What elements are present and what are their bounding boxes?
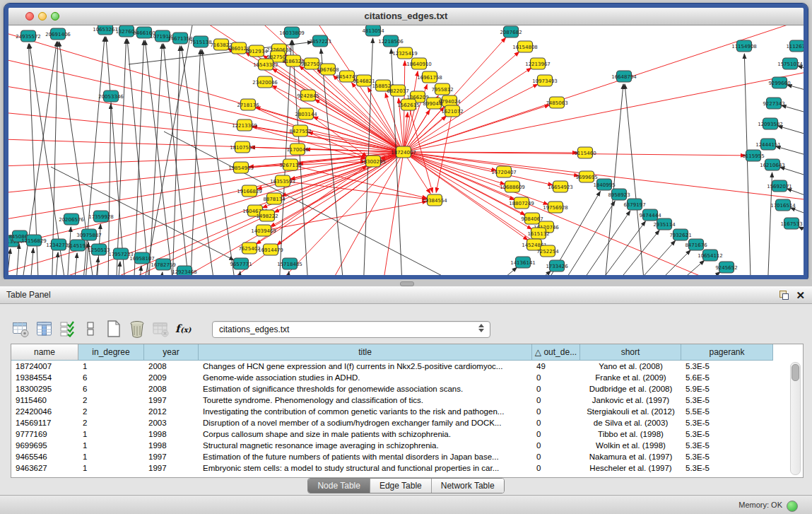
graph-node[interactable]: 20206576	[59, 214, 84, 225]
graph-node[interactable]: 16648794	[611, 71, 637, 82]
graph-node[interactable]: 16654923	[548, 181, 573, 192]
graph-node[interactable]: 8958923	[608, 189, 630, 200]
scrollbar-thumb[interactable]	[792, 364, 799, 381]
graph-node[interactable]: 12444151	[755, 139, 781, 150]
graph-node[interactable]: 16033809	[279, 27, 305, 38]
graph-node[interactable]: 10653267	[93, 25, 118, 35]
graph-node[interactable]: 12093582	[758, 118, 783, 129]
graph-node[interactable]: 23420046	[252, 76, 278, 88]
graph-node[interactable]: 12213967	[525, 58, 551, 69]
graph-node[interactable]: 20691406	[45, 28, 71, 40]
table-settings-icon[interactable]	[11, 320, 30, 338]
graph-node[interactable]: 8427552	[289, 125, 311, 136]
column-header-pagerank[interactable]: pagerank	[681, 344, 773, 361]
new-table-icon[interactable]	[105, 320, 123, 338]
svg-text:(x): (x)	[180, 326, 192, 334]
tab-network-table[interactable]: Network Table	[432, 479, 504, 493]
graph-node[interactable]: 19756928	[543, 201, 568, 213]
graph-node[interactable]: 17359928	[88, 211, 114, 222]
table-row[interactable]: 1830029562008Estimation of significance …	[11, 383, 803, 395]
graph-node[interactable]: 7955812	[431, 83, 453, 95]
close-button[interactable]	[25, 12, 34, 21]
graph-node[interactable]: 10973493	[532, 75, 558, 86]
memory-ok-indicator[interactable]	[787, 501, 798, 512]
panel-splitter[interactable]	[0, 279, 812, 286]
table-row[interactable]: 977716911998Corpus callosum shape and si…	[11, 428, 803, 440]
column-header-title[interactable]: title	[199, 344, 532, 361]
graph-node[interactable]: 19854903	[228, 162, 254, 173]
function-builder-icon[interactable]: f(x)	[175, 320, 193, 338]
graph-node[interactable]: 16961758	[417, 71, 442, 83]
column-header-short[interactable]: short	[580, 344, 681, 361]
table-row[interactable]: 969969511998Structural magnetic resonanc…	[11, 440, 803, 451]
minimize-button[interactable]	[38, 12, 47, 21]
table-row[interactable]: 946362711997Embryonic stem cells: a mode…	[11, 462, 803, 474]
graph-node[interactable]: 7515138	[189, 36, 211, 47]
column-chooser-icon[interactable]	[35, 320, 53, 338]
column-header-out_de[interactable]: △ out_de...	[532, 344, 580, 361]
graph-node[interactable]: 15751074	[777, 58, 803, 69]
graph-node[interactable]: 1112678	[786, 40, 804, 52]
graph-node[interactable]: 6379197	[623, 199, 645, 210]
float-icon[interactable]	[779, 291, 789, 300]
graph-node[interactable]: 15718485	[277, 258, 302, 269]
delete-table-icon[interactable]	[128, 320, 146, 338]
graph-node[interactable]: 15692071	[767, 180, 792, 192]
graph-node[interactable]: 7932621	[669, 229, 691, 240]
vertical-scrollbar[interactable]	[790, 362, 801, 475]
graph-node[interactable]: 9245652	[715, 262, 737, 273]
graph-node[interactable]: 1170046	[286, 144, 309, 155]
graph-node[interactable]: 9227343	[763, 98, 784, 109]
table-row[interactable]: 1456911722003Disruption of a novel membe…	[11, 417, 803, 428]
graph-node[interactable]: 9115460	[574, 147, 596, 158]
import-table-icon[interactable]	[151, 320, 170, 338]
graph-node[interactable]: 5267130	[279, 159, 301, 170]
select-rows-icon[interactable]	[58, 320, 76, 338]
graph-node[interactable]: 16914479	[258, 244, 283, 255]
graph-node[interactable]: 30975887	[76, 229, 102, 240]
graph-node[interactable]: 19166829	[237, 185, 262, 197]
tab-edge-table[interactable]: Edge Table	[370, 479, 432, 493]
graph-node[interactable]: 14136141	[510, 257, 536, 268]
graph-node[interactable]: 10688609	[500, 181, 525, 192]
graph-node[interactable]: 14039469	[251, 225, 276, 236]
rows-icon[interactable]	[81, 320, 100, 338]
column-header-year[interactable]: year	[144, 344, 199, 361]
column-header-in_degree[interactable]: in_degree	[78, 344, 144, 361]
graph-node[interactable]: 4813054	[362, 25, 384, 36]
graph-node[interactable]: 8471676	[685, 239, 707, 250]
table-row[interactable]: 2242004622012Investigating the contribut…	[11, 406, 803, 417]
graph-node[interactable]: 18640910	[406, 58, 432, 69]
table-row[interactable]: 1872400712008Changes of HCN gene express…	[11, 361, 803, 372]
graph-node[interactable]: 1840995	[593, 179, 615, 190]
graph-node[interactable]: 15720407	[491, 166, 517, 177]
graph-node[interactable]: 16210643	[760, 159, 785, 170]
tab-node-table[interactable]: Node Table	[308, 479, 370, 493]
graph-node[interactable]: 24935572	[16, 30, 41, 42]
graph-node[interactable]: 2087682	[500, 26, 522, 37]
graph-node[interactable]: 16154808	[512, 41, 538, 52]
zoom-button[interactable]	[51, 12, 59, 21]
graph-node-label: 7932621	[669, 233, 691, 238]
graph-node[interactable]: 12218506	[378, 35, 404, 47]
graph-node[interactable]: 1250513	[88, 244, 110, 255]
table-row[interactable]: 911546021997Tourette syndrome. Phenomeno…	[11, 395, 803, 406]
graph-node[interactable]: 8115955	[742, 150, 764, 161]
table-row[interactable]: 1938455462009Genome-wide association stu…	[11, 372, 803, 383]
close-icon[interactable]: ✕	[796, 290, 805, 300]
table-selector-dropdown[interactable]: citations_edges.txt	[212, 321, 490, 338]
graph-node-label: 6822037	[387, 88, 408, 94]
graph-node[interactable]: 12213369	[232, 119, 257, 131]
splitter-handle[interactable]	[400, 281, 414, 286]
column-header-name[interactable]: name	[11, 344, 78, 361]
graph-node[interactable]: 18107553	[230, 141, 255, 153]
graph-node[interactable]: 19384554	[422, 194, 447, 206]
graph-node[interactable]: 1733426	[546, 260, 568, 271]
graph-node[interactable]: 17016514	[770, 199, 796, 211]
graph-node[interactable]: 7857223	[309, 35, 331, 47]
graph-node[interactable]: 20053346	[98, 90, 124, 102]
network-canvas[interactable]: 1872400718300295249355722069140610653267…	[8, 25, 804, 275]
graph-node[interactable]: 12325419	[392, 47, 418, 59]
table-row[interactable]: 946554611997Estimation of the future num…	[11, 451, 803, 462]
graph-node[interactable]: 10654112	[698, 250, 723, 261]
